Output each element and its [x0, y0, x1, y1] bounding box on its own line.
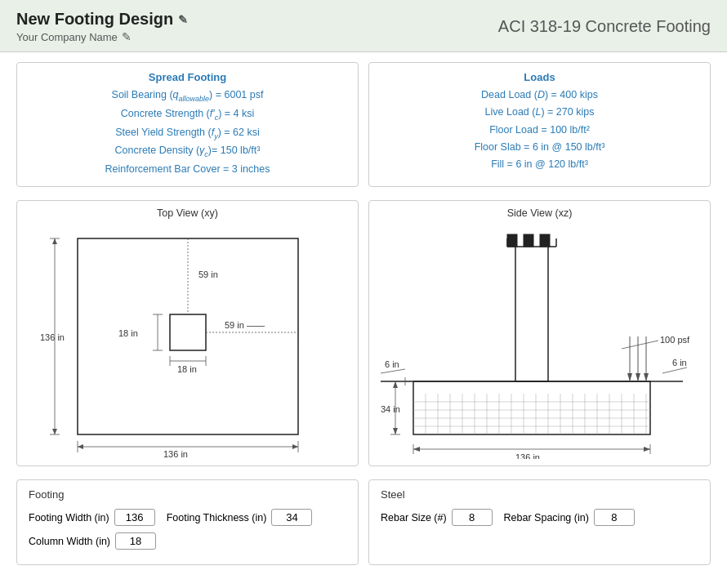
svg-rect-55: [540, 234, 550, 247]
dim-34-left: 34 in: [381, 404, 400, 414]
side-view-label: Side View (xz): [376, 207, 703, 219]
svg-marker-79: [644, 447, 650, 452]
company-name: Your Company Name ✎: [16, 30, 188, 43]
rebar-size-group: Rebar Size (#): [381, 509, 493, 526]
loads-card: Loads Dead Load (D) = 400 kips Live Load…: [368, 62, 711, 187]
svg-marker-21: [292, 444, 298, 449]
dim-59-right: 59 in ——: [225, 320, 265, 330]
input-row: Footing Footing Width (in) Footing Thick…: [0, 473, 727, 577]
footing-fields-row1: Footing Width (in) Footing Thickness (in…: [29, 509, 346, 526]
edit-title-icon[interactable]: ✎: [178, 13, 188, 26]
loads-title: Loads: [381, 71, 698, 83]
dim-136-left: 136 in: [40, 332, 65, 342]
side-view-panel: Side View (xz): [368, 200, 711, 466]
title-text: New Footing Design: [16, 10, 173, 29]
floor-load-label: 100 psf: [660, 335, 690, 345]
footing-width-group: Footing Width (in): [29, 509, 155, 526]
svg-rect-1: [170, 314, 206, 350]
slab-left-label: 6 in: [385, 359, 399, 369]
footing-fields-row2: Column Width (in): [29, 532, 346, 550]
rebar-spacing-group: Rebar Spacing (in): [504, 509, 635, 526]
rebar-spacing-input[interactable]: [594, 509, 635, 526]
svg-rect-48: [515, 247, 548, 381]
loads-line1: Dead Load (D) = 400 kips: [381, 87, 698, 104]
spread-footing-title: Spread Footing: [29, 71, 346, 83]
svg-marker-23: [52, 429, 57, 434]
diagrams-row: Top View (xy) 59 in 59 in ——: [0, 197, 727, 473]
sf-line5: Reinforcement Bar Cover = 3 inches: [29, 161, 346, 178]
rebar-size-label: Rebar Size (#): [381, 512, 447, 523]
svg-marker-60: [627, 373, 632, 381]
side-view-svg-container: 100 psf 6 in 6 in 34 in: [376, 222, 703, 459]
svg-marker-20: [78, 444, 83, 449]
svg-marker-62: [636, 373, 640, 381]
dim-136-bottom: 136 in: [163, 449, 188, 459]
svg-marker-64: [644, 373, 649, 381]
header-left: New Footing Design ✎ Your Company Name ✎: [16, 10, 188, 43]
sf-line1: Soil Bearing (qallowable) = 6001 psf: [29, 87, 346, 105]
dim-18-horiz: 18 in: [177, 364, 197, 374]
svg-line-69: [662, 368, 687, 373]
svg-marker-74: [393, 428, 398, 434]
slab-right-label: 6 in: [672, 358, 687, 368]
sf-line3: Steel Yield Strength (fy) = 62 ksi: [29, 124, 346, 143]
rebar-spacing-label: Rebar Spacing (in): [504, 512, 589, 523]
svg-marker-22: [52, 238, 57, 244]
footing-width-label: Footing Width (in): [29, 512, 109, 523]
dim-18-vert: 18 in: [118, 328, 138, 338]
company-name-text: Your Company Name: [16, 31, 118, 43]
footing-thickness-group: Footing Thickness (in): [167, 509, 313, 526]
page-title: New Footing Design ✎: [16, 10, 188, 29]
rebar-size-input[interactable]: [452, 509, 493, 526]
svg-marker-78: [413, 447, 420, 452]
summary-row: Spread Footing Soil Bearing (qallowable)…: [0, 52, 727, 197]
svg-rect-53: [507, 234, 517, 247]
column-width-input[interactable]: [115, 532, 156, 550]
svg-line-68: [381, 369, 405, 373]
standard-label: ACI 318-19 Concrete Footing: [498, 17, 711, 36]
loads-line5: Fill = 6 in @ 120 lb/ft³: [381, 156, 698, 173]
footing-width-input[interactable]: [114, 509, 155, 526]
steel-panel-title: Steel: [381, 488, 698, 501]
column-width-group: Column Width (in): [29, 532, 156, 550]
top-view-label: Top View (xy): [24, 207, 351, 219]
svg-rect-54: [524, 234, 533, 247]
spread-footing-card: Spread Footing Soil Bearing (qallowable)…: [16, 62, 359, 187]
svg-line-65: [622, 341, 658, 349]
steel-panel: Steel Rebar Size (#) Rebar Spacing (in): [368, 479, 711, 565]
top-view-svg: 59 in 59 in —— 18 in 18 in: [37, 222, 339, 459]
hatch-pattern: [426, 394, 646, 434]
top-view-panel: Top View (xy) 59 in 59 in ——: [16, 200, 359, 466]
loads-line4: Floor Slab = 6 in @ 150 lb/ft³: [381, 139, 698, 156]
footing-thickness-input[interactable]: [271, 509, 312, 526]
top-view-svg-container: 59 in 59 in —— 18 in 18 in: [24, 222, 351, 459]
loads-line3: Floor Load = 100 lb/ft²: [381, 122, 698, 139]
loads-line2: Live Load (L) = 270 kips: [381, 104, 698, 121]
sf-line4: Concrete Density (γc)= 150 lb/ft³: [29, 142, 346, 161]
dim-136-side-bottom: 136 in: [515, 452, 540, 459]
dim-59-top: 59 in: [198, 270, 218, 279]
footing-panel: Footing Footing Width (in) Footing Thick…: [16, 479, 359, 565]
svg-marker-73: [393, 381, 398, 388]
header: New Footing Design ✎ Your Company Name ✎…: [0, 0, 727, 52]
sf-line2: Concrete Strength (f'c) = 4 ksi: [29, 105, 346, 124]
side-view-svg: 100 psf 6 in 6 in 34 in: [381, 222, 699, 459]
steel-fields-row1: Rebar Size (#) Rebar Spacing (in): [381, 509, 698, 526]
footing-thickness-label: Footing Thickness (in): [167, 512, 267, 523]
footing-panel-title: Footing: [29, 488, 346, 501]
column-width-label: Column Width (in): [29, 536, 110, 547]
edit-company-icon[interactable]: ✎: [122, 30, 132, 43]
